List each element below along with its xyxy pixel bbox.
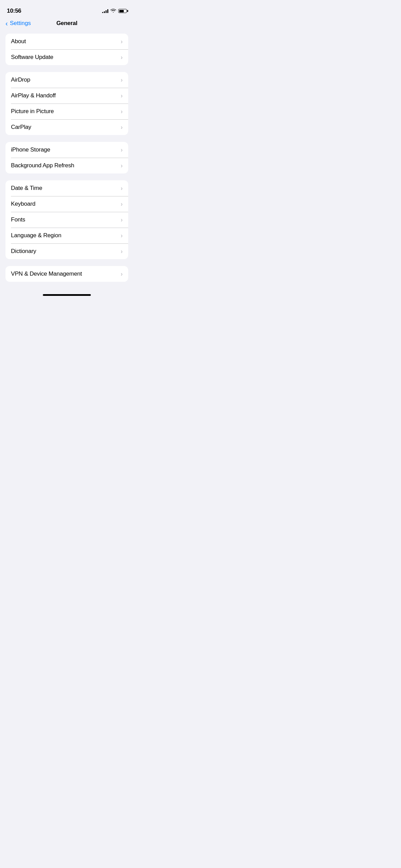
battery-icon xyxy=(118,9,127,13)
page-title: General xyxy=(56,20,77,27)
home-indicator xyxy=(0,291,134,300)
settings-row-iphone-storage[interactable]: iPhone Storage › xyxy=(5,142,128,158)
settings-row-dictionary[interactable]: Dictionary › xyxy=(5,243,128,259)
settings-row-keyboard[interactable]: Keyboard › xyxy=(5,196,128,212)
dictionary-chevron-icon: › xyxy=(121,248,123,254)
language-region-chevron-icon: › xyxy=(121,232,123,239)
iphone-storage-chevron-icon: › xyxy=(121,147,123,153)
back-chevron-icon: ‹ xyxy=(5,20,8,27)
back-label: Settings xyxy=(10,20,31,27)
home-bar xyxy=(43,294,91,296)
settings-row-picture-in-picture[interactable]: Picture in Picture › xyxy=(5,104,128,119)
settings-row-date-time[interactable]: Date & Time › xyxy=(5,180,128,196)
picture-in-picture-label: Picture in Picture xyxy=(11,108,54,115)
settings-row-language-region[interactable]: Language & Region › xyxy=(5,228,128,243)
dictionary-label: Dictionary xyxy=(11,248,36,255)
back-button[interactable]: ‹ Settings xyxy=(5,20,31,27)
software-update-label: Software Update xyxy=(11,54,53,61)
iphone-storage-label: iPhone Storage xyxy=(11,146,50,153)
airplay-handoff-label: AirPlay & Handoff xyxy=(11,92,56,99)
settings-content: About › Software Update › AirDrop › AirP… xyxy=(0,31,134,285)
airplay-handoff-chevron-icon: › xyxy=(121,93,123,99)
fonts-chevron-icon: › xyxy=(121,217,123,223)
settings-row-background-app-refresh[interactable]: Background App Refresh › xyxy=(5,158,128,173)
settings-row-fonts[interactable]: Fonts › xyxy=(5,212,128,228)
date-time-chevron-icon: › xyxy=(121,185,123,191)
settings-row-carplay[interactable]: CarPlay › xyxy=(5,119,128,135)
date-time-label: Date & Time xyxy=(11,185,42,192)
background-app-refresh-label: Background App Refresh xyxy=(11,162,74,169)
settings-group-3: iPhone Storage › Background App Refresh … xyxy=(5,142,128,173)
about-label: About xyxy=(11,38,26,45)
status-icons xyxy=(102,8,127,14)
vpn-device-management-chevron-icon: › xyxy=(121,271,123,277)
background-app-refresh-chevron-icon: › xyxy=(121,162,123,169)
about-chevron-icon: › xyxy=(121,38,123,45)
fonts-label: Fonts xyxy=(11,216,25,223)
settings-group-5: VPN & Device Management › xyxy=(5,266,128,282)
airdrop-chevron-icon: › xyxy=(121,77,123,83)
settings-row-software-update[interactable]: Software Update › xyxy=(5,49,128,65)
settings-group-1: About › Software Update › xyxy=(5,34,128,65)
signal-icon xyxy=(102,9,108,13)
wifi-icon xyxy=(110,8,116,14)
software-update-chevron-icon: › xyxy=(121,54,123,60)
vpn-device-management-label: VPN & Device Management xyxy=(11,270,82,277)
keyboard-label: Keyboard xyxy=(11,201,35,207)
settings-row-about[interactable]: About › xyxy=(5,34,128,49)
settings-row-vpn-device-management[interactable]: VPN & Device Management › xyxy=(5,266,128,282)
language-region-label: Language & Region xyxy=(11,232,61,239)
settings-group-4: Date & Time › Keyboard › Fonts › Languag… xyxy=(5,180,128,259)
settings-group-2: AirDrop › AirPlay & Handoff › Picture in… xyxy=(5,72,128,135)
picture-in-picture-chevron-icon: › xyxy=(121,108,123,114)
settings-row-airplay-handoff[interactable]: AirPlay & Handoff › xyxy=(5,88,128,104)
status-bar: 10:56 xyxy=(0,0,134,17)
keyboard-chevron-icon: › xyxy=(121,201,123,207)
carplay-chevron-icon: › xyxy=(121,124,123,130)
settings-row-airdrop[interactable]: AirDrop › xyxy=(5,72,128,88)
carplay-label: CarPlay xyxy=(11,124,31,131)
nav-bar: ‹ Settings General xyxy=(0,17,134,31)
airdrop-label: AirDrop xyxy=(11,76,30,83)
status-time: 10:56 xyxy=(7,8,21,14)
